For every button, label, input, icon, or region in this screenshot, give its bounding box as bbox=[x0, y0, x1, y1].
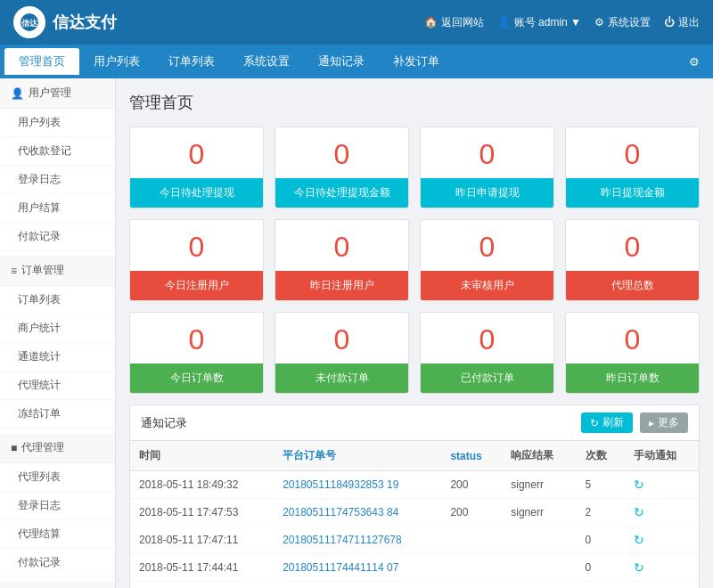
stat-number-pending-review: 0 bbox=[421, 220, 553, 271]
agent-mgmt-icon: ■ bbox=[11, 442, 17, 454]
tab-notifications[interactable]: 通知记录 bbox=[304, 48, 379, 75]
sidebar-item-orderlist[interactable]: 订单列表 bbox=[0, 286, 115, 314]
sidebar-item-agentlist[interactable]: 代理列表 bbox=[0, 463, 115, 492]
notification-table: 时间 平台订单号 status 响应结果 次数 手动通知 2018-05-11 … bbox=[130, 441, 699, 588]
tab-orderlist[interactable]: 订单列表 bbox=[154, 48, 229, 75]
notify-refresh-icon[interactable]: ↻ bbox=[634, 505, 644, 519]
sidebar: 👤 用户管理 用户列表 代收款登记 登录日志 用户结算 付款记录 ≡ 订单管理 … bbox=[0, 78, 116, 588]
notify-refresh-icon[interactable]: ↻ bbox=[634, 533, 644, 547]
stat-label-yesterday-amount: 昨日提现金额 bbox=[566, 178, 699, 208]
sidebar-item-payment-record-user[interactable]: 付款记录 bbox=[0, 223, 115, 251]
user-icon: 👤 bbox=[497, 16, 511, 29]
stat-card-yesterday-amount: 0 昨日提现金额 bbox=[565, 127, 700, 208]
td-order: 20180509152359954 53 bbox=[274, 582, 441, 589]
td-response bbox=[502, 554, 576, 582]
td-manual-notify: ↻ bbox=[625, 471, 699, 499]
td-count: 2 bbox=[577, 499, 625, 527]
td-status: 200 bbox=[441, 471, 502, 499]
user-mgmt-icon: 👤 bbox=[11, 87, 24, 100]
stat-label-agent-total: 代理总数 bbox=[566, 271, 699, 300]
stat-label-today-orders: 今日订单数 bbox=[130, 363, 263, 393]
stat-label-today-reg: 今日注册用户 bbox=[130, 271, 263, 300]
th-response: 响应结果 bbox=[502, 441, 576, 471]
tab-dashboard[interactable]: 管理首页 bbox=[4, 48, 79, 75]
sidebar-title-order-mgmt: ≡ 订单管理 bbox=[0, 256, 115, 286]
logo-text: 信达支付 bbox=[53, 12, 117, 33]
td-order: 20180511174753643 84 bbox=[274, 499, 441, 527]
stat-card-pending-withdrawal: 0 今日待处理提现 bbox=[129, 127, 264, 208]
stat-number-agent-total: 0 bbox=[566, 220, 699, 271]
stat-label-yesterday-reg: 昨日注册用户 bbox=[275, 271, 408, 300]
home-icon: 🏠 bbox=[424, 16, 438, 29]
sidebar-title-user-mgmt: 👤 用户管理 bbox=[0, 78, 115, 109]
sidebar-item-login-log-user[interactable]: 登录日志 bbox=[0, 166, 115, 194]
order-link[interactable]: 20180511174441114 07 bbox=[283, 561, 398, 574]
sidebar-item-payment-record-agent[interactable]: 付款记录 bbox=[0, 549, 115, 577]
refresh-button[interactable]: ↻ 刷新 bbox=[581, 412, 633, 433]
stat-number-today-orders: 0 bbox=[130, 313, 263, 363]
order-link[interactable]: 20180511184932853 19 bbox=[283, 478, 398, 491]
tab-resend-order[interactable]: 补发订单 bbox=[379, 48, 454, 75]
td-status bbox=[441, 554, 502, 582]
tab-settings[interactable]: 系统设置 bbox=[229, 48, 304, 75]
notify-refresh-icon[interactable]: ↻ bbox=[634, 560, 644, 575]
td-time: 2018-05-11 17:47:53 bbox=[130, 499, 274, 527]
sidebar-title-agent-mgmt: ■ 代理管理 bbox=[0, 433, 115, 463]
sidebar-item-agent-stats[interactable]: 代理统计 bbox=[0, 372, 115, 400]
td-count: 5 bbox=[577, 471, 625, 499]
th-count: 次数 bbox=[577, 441, 625, 471]
td-count: 0 bbox=[577, 527, 625, 554]
th-time: 时间 bbox=[130, 441, 274, 471]
nav-tabs: 管理首页 用户列表 订单列表 系统设置 通知记录 补发订单 ⚙ bbox=[0, 45, 713, 78]
td-time: 2018-05-09 15:23:59 bbox=[130, 582, 274, 589]
stat-label-pending-review: 未审核用户 bbox=[421, 271, 553, 300]
sidebar-section-order-mgmt: ≡ 订单管理 订单列表 商户统计 通道统计 代理统计 冻结订单 bbox=[0, 256, 115, 429]
stats-row-3: 0 今日订单数 0 未付款订单 0 已付款订单 0 昨日订单数 bbox=[129, 312, 700, 394]
tab-userlist[interactable]: 用户列表 bbox=[79, 48, 154, 75]
td-manual-notify: ↻ bbox=[625, 554, 699, 582]
td-time: 2018-05-11 17:44:41 bbox=[130, 554, 274, 582]
sidebar-item-collection[interactable]: 代收款登记 bbox=[0, 137, 115, 166]
th-status: status bbox=[441, 441, 502, 471]
order-mgmt-icon: ≡ bbox=[11, 265, 17, 277]
sidebar-item-agent-settlement[interactable]: 代理结算 bbox=[0, 520, 115, 549]
order-link[interactable]: 20180511174753643 84 bbox=[283, 506, 398, 519]
notification-header: 通知记录 ↻ 刷新 ▸ 更多 bbox=[130, 405, 699, 441]
logout-link[interactable]: ⏻ 退出 bbox=[664, 15, 700, 30]
admin-account-link[interactable]: 👤 账号 admin ▼ bbox=[497, 15, 581, 30]
td-count: 0 bbox=[577, 582, 625, 589]
system-settings-link[interactable]: ⚙ 系统设置 bbox=[594, 15, 651, 30]
sidebar-item-login-log-agent[interactable]: 登录日志 bbox=[0, 492, 115, 520]
sidebar-item-user-settlement[interactable]: 用户结算 bbox=[0, 194, 115, 223]
td-order: 20180511184932853 19 bbox=[274, 471, 441, 499]
stat-label-unpaid-orders: 未付款订单 bbox=[275, 363, 408, 393]
nav-gear-icon[interactable]: ⚙ bbox=[680, 50, 709, 74]
table-row: 2018-05-09 15:23:59 20180509152359954 53… bbox=[130, 582, 699, 589]
more-button[interactable]: ▸ 更多 bbox=[640, 412, 688, 433]
notify-refresh-icon[interactable]: ↻ bbox=[634, 478, 644, 492]
refresh-icon: ↻ bbox=[590, 417, 599, 429]
return-site-link[interactable]: 🏠 返回网站 bbox=[424, 15, 484, 30]
stat-card-pending-amount: 0 今日待处理提现金额 bbox=[275, 127, 409, 208]
notification-actions: ↻ 刷新 ▸ 更多 bbox=[581, 412, 688, 433]
sidebar-item-merchant-stats[interactable]: 商户统计 bbox=[0, 314, 115, 343]
logo-icon: 信达 bbox=[13, 6, 45, 38]
sidebar-item-userlist[interactable]: 用户列表 bbox=[0, 109, 115, 137]
stat-label-pending-withdrawal: 今日待处理提现 bbox=[130, 178, 263, 208]
stat-number-yesterday-amount: 0 bbox=[566, 127, 699, 178]
stat-number-yesterday-reg: 0 bbox=[275, 220, 408, 271]
stat-card-yesterday-apply: 0 昨日申请提现 bbox=[420, 127, 554, 208]
sidebar-item-channel-stats[interactable]: 通道统计 bbox=[0, 343, 115, 372]
stats-row-2: 0 今日注册用户 0 昨日注册用户 0 未审核用户 0 代理总数 bbox=[129, 219, 700, 301]
sidebar-item-frozen-order[interactable]: 冻结订单 bbox=[0, 400, 115, 429]
td-response: signerr bbox=[502, 471, 576, 499]
td-status: 200 bbox=[441, 499, 502, 527]
stat-number-pending-amount: 0 bbox=[275, 127, 408, 178]
td-order: 20180511174711127678 bbox=[274, 527, 441, 554]
sidebar-section-agent-mgmt: ■ 代理管理 代理列表 登录日志 代理结算 付款记录 bbox=[0, 433, 115, 577]
logout-icon: ⏻ bbox=[664, 16, 675, 29]
order-link[interactable]: 20180511174711127678 bbox=[283, 534, 401, 546]
stat-card-yesterday-orders: 0 昨日订单数 bbox=[565, 312, 700, 394]
more-icon: ▸ bbox=[649, 417, 654, 429]
main-content: 管理首页 0 今日待处理提现 0 今日待处理提现金额 0 昨日申请提现 0 昨日… bbox=[116, 78, 713, 588]
